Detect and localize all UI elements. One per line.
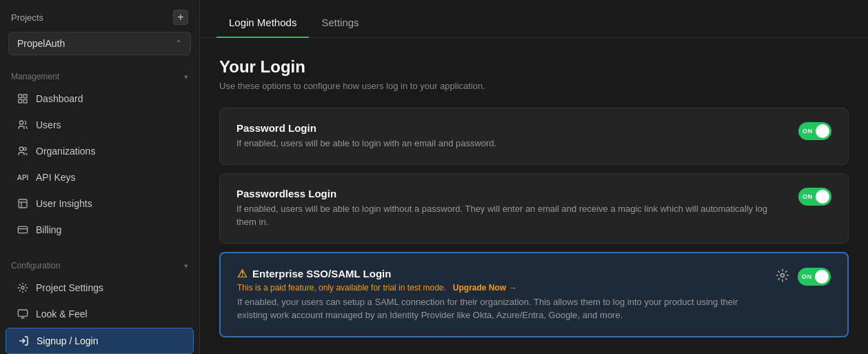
enterprise-sso-card-right: ON [774, 267, 831, 287]
sidebar-item-signup-login[interactable]: Signup / Login [6, 328, 194, 354]
passwordless-login-desc: If enabled, users will be able to login … [236, 202, 785, 229]
billing-icon [17, 224, 29, 236]
projects-label: Projects [11, 12, 43, 23]
add-project-button[interactable]: + [173, 10, 188, 25]
svg-point-4 [19, 121, 23, 124]
sidebar-item-signup-login-label: Signup / Login [37, 335, 99, 346]
password-login-slider: ON [798, 122, 831, 140]
svg-rect-11 [18, 310, 27, 316]
user-insights-icon [17, 197, 29, 210]
chevron-down-icon: ▾ [184, 262, 188, 271]
chevron-down-icon: ⌃ [175, 39, 182, 48]
password-login-card-left: Password Login If enabled, users will be… [236, 122, 785, 150]
password-login-title: Password Login [236, 122, 785, 134]
enterprise-sso-card-left: ⚠ Enterprise SSO/SAML Login This is a pa… [237, 267, 760, 322]
svg-point-5 [19, 147, 23, 150]
svg-rect-3 [23, 99, 27, 103]
page-title: Your Login [219, 57, 849, 77]
svg-rect-8 [18, 226, 27, 233]
passwordless-login-slider: ON [798, 188, 831, 206]
sidebar-item-user-insights-label: User Insights [36, 198, 92, 209]
svg-point-6 [23, 148, 26, 150]
sidebar-item-dashboard[interactable]: Dashboard [6, 86, 194, 111]
sidebar-item-dashboard-label: Dashboard [36, 93, 83, 104]
sidebar-item-api-keys[interactable]: API API Keys [6, 165, 194, 190]
toggle-on-label: ON [803, 128, 813, 135]
enterprise-sso-gear-button[interactable] [774, 267, 791, 287]
passwordless-login-card-left: Passwordless Login If enabled, users wil… [236, 188, 785, 229]
enterprise-sso-title: ⚠ Enterprise SSO/SAML Login [237, 267, 760, 280]
passwordless-login-card: Passwordless Login If enabled, users wil… [219, 173, 849, 244]
management-label: Management [11, 72, 59, 81]
sidebar-item-users[interactable]: Users [6, 112, 194, 137]
project-selector[interactable]: PropelAuth ⌃ [8, 32, 191, 55]
tab-login-methods[interactable]: Login Methods [216, 10, 309, 38]
passwordless-login-title: Passwordless Login [236, 188, 785, 199]
api-keys-icon: API [17, 171, 29, 184]
content-area: Your Login Use these options to configur… [200, 38, 868, 354]
sidebar-item-billing[interactable]: Billing [6, 217, 194, 242]
svg-rect-0 [19, 95, 22, 98]
toggle-on-label-3: ON [802, 273, 812, 280]
main-content: Login Methods Settings Your Login Use th… [200, 0, 868, 354]
management-section-header: Management ▾ [0, 65, 199, 86]
sidebar: Projects + PropelAuth ⌃ Management ▾ Das… [0, 0, 200, 354]
sidebar-item-look-feel[interactable]: Look & Feel [6, 302, 194, 326]
enterprise-sso-toggle[interactable]: ON [798, 268, 831, 286]
project-name: PropelAuth [17, 38, 65, 49]
password-login-card-right: ON [798, 122, 831, 140]
tab-settings[interactable]: Settings [309, 10, 371, 38]
sidebar-item-api-keys-label: API Keys [36, 172, 76, 183]
look-feel-icon [17, 308, 29, 320]
sidebar-item-billing-label: Billing [36, 224, 61, 235]
organizations-icon [17, 145, 29, 157]
upgrade-now-link[interactable]: Upgrade Now [453, 283, 517, 293]
sidebar-item-project-settings-label: Project Settings [36, 282, 103, 293]
sidebar-item-user-insights[interactable]: User Insights [6, 191, 194, 216]
tabs-bar: Login Methods Settings [200, 0, 868, 38]
toggle-on-label-2: ON [803, 193, 813, 200]
svg-rect-7 [19, 199, 27, 208]
svg-rect-2 [19, 99, 22, 103]
config-section-header: Configuration ▾ [0, 254, 199, 275]
config-label: Configuration [11, 261, 60, 271]
warning-icon: ⚠ [237, 267, 247, 280]
enterprise-sso-card: ⚠ Enterprise SSO/SAML Login This is a pa… [219, 252, 849, 337]
enterprise-sso-desc: If enabled, your users can setup a SAML … [237, 295, 760, 322]
projects-header: Projects + [0, 0, 199, 32]
password-login-toggle[interactable]: ON [798, 122, 831, 140]
passwordless-login-card-right: ON [798, 188, 831, 206]
passwordless-login-toggle[interactable]: ON [798, 188, 831, 206]
svg-point-15 [781, 273, 785, 277]
enterprise-sso-slider: ON [798, 268, 831, 286]
page-subtitle: Use these options to configure how users… [219, 81, 849, 91]
sidebar-item-look-feel-label: Look & Feel [36, 308, 88, 319]
password-login-card: Password Login If enabled, users will be… [219, 108, 849, 165]
signup-login-icon [17, 335, 30, 347]
sidebar-item-organizations[interactable]: Organizations [6, 139, 194, 164]
chevron-up-icon: ▾ [184, 72, 188, 81]
users-icon [17, 119, 29, 131]
sidebar-item-users-label: Users [36, 119, 61, 130]
sidebar-item-project-settings[interactable]: Project Settings [6, 275, 194, 300]
svg-rect-1 [23, 95, 27, 98]
sidebar-item-organizations-label: Organizations [36, 146, 95, 157]
paid-badge: This is a paid feature, only available f… [237, 283, 760, 293]
project-settings-icon [17, 282, 29, 294]
dashboard-icon [17, 92, 29, 105]
password-login-desc: If enabled, users will be able to login … [236, 137, 785, 150]
svg-point-10 [21, 286, 24, 289]
